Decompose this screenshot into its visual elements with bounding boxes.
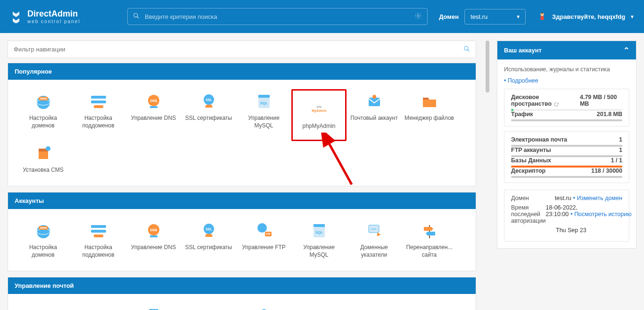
traffic-label: Трафик [511, 111, 533, 117]
svg-rect-12 [91, 96, 106, 99]
svg-text:SSL: SSL [206, 98, 212, 101]
phpmyadmin-icon: phpMyAdmin [310, 100, 329, 119]
subdomain-icon [89, 221, 108, 240]
item-mysql-manage[interactable]: SQLУправление MySQL [236, 89, 291, 141]
svg-text:FTP: FTP [266, 233, 271, 235]
db-val: 1 / 1 [611, 157, 622, 164]
item-mail-3[interactable] [126, 303, 181, 310]
item-mail-5[interactable] [236, 303, 291, 310]
svg-rect-28 [39, 151, 48, 159]
item-mail-1[interactable] [16, 303, 71, 310]
item-mysql-manage[interactable]: SQLУправление MySQL [291, 218, 347, 261]
svg-text:DNS: DNS [150, 228, 157, 232]
item-ftp-manage[interactable]: FTPУправление FTP [236, 218, 291, 261]
gear-icon[interactable] [414, 12, 422, 21]
item-site-redirect[interactable]: Перенаправлен... сайта [402, 218, 457, 261]
item-mail-account[interactable]: Почтовый аккаунт [347, 89, 402, 141]
svg-text:MyAdmin: MyAdmin [312, 109, 327, 113]
sql-icon: SQL [310, 221, 329, 240]
info-date-val: Thu Sep 23 [556, 227, 586, 234]
sql-icon: SQL [255, 92, 273, 111]
svg-rect-41 [150, 235, 157, 237]
svg-rect-4 [540, 16, 544, 20]
svg-point-30 [46, 146, 50, 151]
svg-text:WWW: WWW [40, 226, 46, 229]
item-subdomain-setup[interactable]: Настройка поддоменов [71, 218, 126, 261]
item-ssl-certs[interactable]: SSLSSL сертификаты [181, 89, 236, 141]
avatar-icon [537, 11, 547, 22]
pointer-icon: www. [365, 221, 384, 240]
item-cms-install[interactable]: Установка CMS [16, 141, 71, 177]
history-link[interactable]: Посмотреть историю [570, 211, 631, 218]
logo[interactable]: DirectAdmin web control panel [9, 9, 127, 24]
item-domain-setup[interactable]: WWWНастройка доменов [16, 89, 71, 141]
chevron-down-icon: ▼ [516, 14, 520, 19]
email-label: Электронная почта [511, 136, 567, 143]
svg-rect-27 [423, 98, 429, 100]
svg-rect-38 [94, 235, 103, 237]
ssl-icon: SSL [199, 92, 218, 111]
globe-www-icon: WWW [34, 221, 53, 240]
refresh-icon [553, 101, 559, 107]
change-domain-link[interactable]: Изменить домен [573, 195, 622, 201]
svg-text:php: php [316, 105, 322, 108]
section-accounts-title: Аккаунты [8, 193, 476, 209]
traffic-val: 201.8 MB [597, 111, 622, 117]
domain-dropdown[interactable]: test.ru ▼ [464, 9, 526, 25]
svg-text:SQL: SQL [315, 230, 323, 235]
svg-rect-5 [541, 13, 543, 14]
db-label: Базы Данных [511, 157, 551, 164]
domain-value: test.ru [471, 13, 487, 20]
scrollbar[interactable] [486, 41, 489, 310]
svg-text:DNS: DNS [150, 99, 157, 102]
item-domain-pointers[interactable]: www.Доменные указатели [347, 218, 402, 261]
svg-point-2 [417, 15, 419, 17]
item-file-manager[interactable]: Менеджер файлов [402, 89, 457, 141]
mail-icon [34, 306, 53, 310]
svg-text:SSL: SSL [206, 227, 212, 231]
user-menu[interactable]: Здравствуйте, heqqxfdg ▼ [537, 11, 635, 22]
info-lastauth-label: Время последней авторизации [511, 204, 546, 224]
item-domain-setup[interactable]: WWWНастройка доменов [16, 218, 71, 261]
ftp-val: 1 [619, 147, 622, 153]
item-ssl-certs[interactable]: SSLSSL сертификаты [181, 218, 236, 261]
disk-val: 4.79 MB / 500 MB [580, 94, 622, 107]
shield-icon [255, 306, 273, 310]
logo-subtitle: web control panel [27, 19, 80, 24]
item-mail-4[interactable] [181, 303, 236, 310]
email-val: 1 [619, 136, 622, 143]
ftp-label: FTP аккаунты [511, 147, 551, 153]
svg-line-1 [137, 17, 139, 18]
section-popular-title: Популярное [8, 63, 476, 80]
svg-rect-17 [150, 106, 157, 108]
more-link[interactable]: Подробнее [504, 77, 538, 84]
chevron-up-icon[interactable]: ⌃ [623, 46, 629, 55]
desc-label: Дескриптор [511, 168, 545, 174]
user-greeting: Здравствуйте, heqqxfdg [552, 13, 625, 20]
search-input[interactable] [127, 8, 428, 25]
mail-forward-icon [89, 306, 108, 310]
ssl-icon: SSL [199, 221, 218, 240]
item-mail-2[interactable] [71, 303, 126, 310]
logo-icon [9, 10, 23, 23]
ftp-icon: FTP [255, 221, 273, 240]
search-icon [133, 13, 140, 21]
item-phpmyadmin[interactable]: phpMyAdminphpMyAdmin [291, 89, 347, 141]
sign-icon [420, 221, 439, 240]
svg-point-44 [257, 223, 267, 233]
info-domain-val: test.ru [555, 195, 571, 201]
svg-rect-36 [91, 225, 106, 228]
svg-text:www.: www. [371, 227, 377, 230]
nav-filter-input[interactable] [8, 41, 476, 58]
subdomain-icon [89, 92, 108, 111]
item-dns-manage[interactable]: DNSУправление DNS [126, 218, 181, 261]
desc-val: 118 / 30000 [591, 168, 622, 174]
item-dns-manage[interactable]: DNSУправление DNS [126, 89, 181, 141]
item-subdomain-setup[interactable]: Настройка поддоменов [71, 89, 126, 141]
svg-rect-25 [369, 98, 380, 106]
box-icon [34, 144, 53, 163]
folder-icon [420, 92, 439, 111]
doc-icon [144, 306, 163, 310]
svg-text:SQL: SQL [260, 101, 268, 105]
svg-point-6 [464, 46, 468, 50]
